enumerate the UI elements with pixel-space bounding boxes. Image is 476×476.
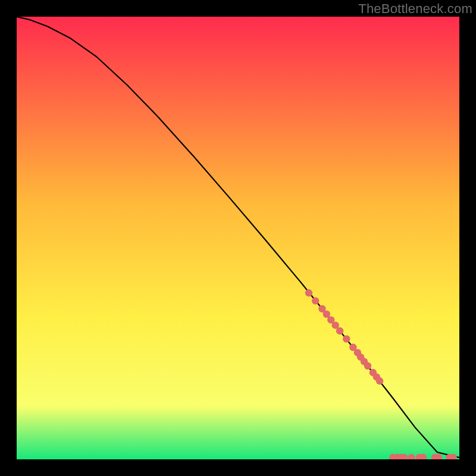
chart-svg (17, 17, 459, 459)
data-marker (305, 289, 312, 296)
data-marker (343, 335, 350, 342)
gradient-bg (17, 17, 459, 459)
data-marker (336, 327, 343, 334)
watermark-text: TheBottleneck.com (358, 1, 472, 17)
chart-frame: TheBottleneck.com (0, 0, 476, 476)
data-marker (364, 362, 371, 369)
data-marker (312, 297, 319, 304)
plot-area (17, 17, 459, 459)
data-marker (376, 377, 383, 384)
